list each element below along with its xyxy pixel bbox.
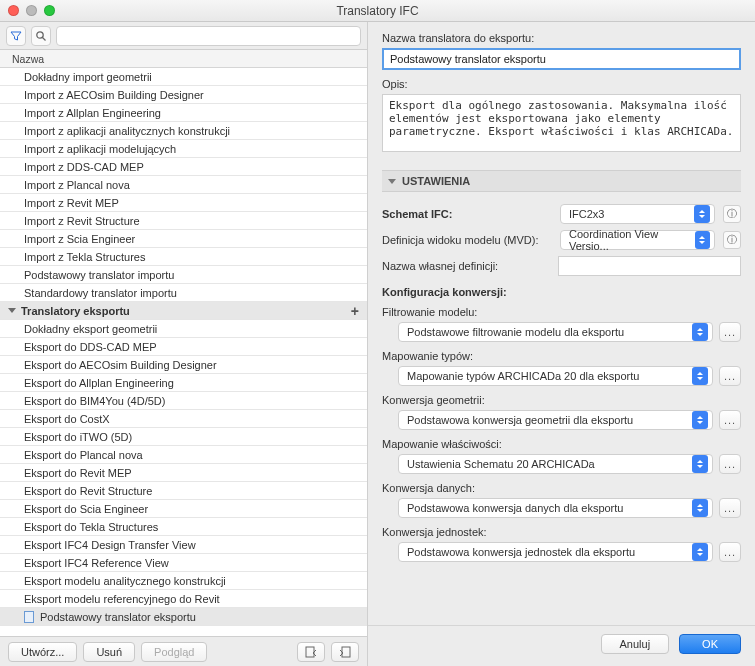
typemap-select[interactable]: Mapowanie typów ARCHICADa 20 dla eksport… <box>398 366 713 386</box>
list-item[interactable]: Import z aplikacji modelujących <box>0 140 367 158</box>
unitconv-edit-button[interactable]: ... <box>719 542 741 562</box>
filter-edit-button[interactable]: ... <box>719 322 741 342</box>
titlebar: Translatory IFC <box>0 0 755 22</box>
list-item[interactable]: Standardowy translator importu <box>0 284 367 302</box>
list-item[interactable]: Eksport do Plancal nova <box>0 446 367 464</box>
list-item[interactable]: Import z Scia Engineer <box>0 230 367 248</box>
unitconv-select[interactable]: Podstawowa konwersja jednostek dla ekspo… <box>398 542 713 562</box>
list-item[interactable]: Eksport modelu analitycznego konstrukcji <box>0 572 367 590</box>
list-item[interactable]: Eksport do Revit Structure <box>0 482 367 500</box>
export-settings-button[interactable] <box>331 642 359 662</box>
zoom-icon[interactable] <box>44 5 55 16</box>
svg-point-0 <box>37 31 43 37</box>
list-item[interactable]: Eksport do Scia Engineer <box>0 500 367 518</box>
updown-icon <box>692 323 708 341</box>
translator-list[interactable]: Nazwa Dokładny import geometriiImport z … <box>0 50 367 636</box>
delete-label: Usuń <box>96 646 122 658</box>
list-item-label: Eksport do CostX <box>24 413 110 425</box>
own-definition-input[interactable] <box>558 256 741 276</box>
list-item[interactable]: Eksport do Allplan Engineering <box>0 374 367 392</box>
chevron-down-icon <box>8 308 16 313</box>
svg-rect-3 <box>342 647 350 657</box>
dialog-footer: Anuluj OK <box>368 625 755 666</box>
list-item[interactable]: Eksport IFC4 Reference View <box>0 554 367 572</box>
list-toolbar <box>0 22 367 50</box>
preview-label: Podgląd <box>154 646 194 658</box>
propmap-edit-button[interactable]: ... <box>719 454 741 474</box>
settings-panel: Nazwa translatora do eksportu: Opis: UST… <box>368 22 755 666</box>
geom-label: Konwersja geometrii: <box>382 394 741 406</box>
delete-button[interactable]: Usuń <box>83 642 135 662</box>
search-input[interactable] <box>56 26 361 46</box>
typemap-label: Mapowanie typów: <box>382 350 741 362</box>
list-item[interactable]: Import z aplikacji analitycznych konstru… <box>0 122 367 140</box>
config-header: Konfiguracja konwersji: <box>382 286 741 298</box>
list-item[interactable]: Eksport do AECOsim Building Designer <box>0 356 367 374</box>
list-item-label: Eksport modelu analitycznego konstrukcji <box>24 575 226 587</box>
dataconv-select[interactable]: Podstawowa konwersja danych dla eksportu <box>398 498 713 518</box>
translator-list-panel: Nazwa Dokładny import geometriiImport z … <box>0 22 368 666</box>
schema-info-button[interactable]: ⓘ <box>723 205 741 223</box>
dataconv-value: Podstawowa konwersja danych dla eksportu <box>407 502 623 514</box>
mvd-select[interactable]: Coordination View Versio... <box>560 230 715 250</box>
updown-icon <box>692 455 708 473</box>
minimize-icon <box>26 5 37 16</box>
geom-edit-button[interactable]: ... <box>719 410 741 430</box>
filter-icon <box>10 30 22 42</box>
import-settings-button[interactable] <box>297 642 325 662</box>
schema-select[interactable]: IFC2x3 <box>560 204 715 224</box>
list-item[interactable]: Eksport do BIM4You (4D/5D) <box>0 392 367 410</box>
updown-icon <box>692 543 708 561</box>
geom-select[interactable]: Podstawowa konwersja geometrii dla ekspo… <box>398 410 713 430</box>
list-item[interactable]: Eksport modelu referencyjnego do Revit <box>0 590 367 608</box>
settings-header-label: USTAWIENIA <box>402 175 470 187</box>
list-item-label: Eksport do Scia Engineer <box>24 503 148 515</box>
list-item-label: Eksport do Tekla Structures <box>24 521 158 533</box>
list-item[interactable]: Import z Revit MEP <box>0 194 367 212</box>
translator-name-input[interactable] <box>382 48 741 70</box>
preview-button: Podgląd <box>141 642 207 662</box>
ok-label: OK <box>702 638 718 650</box>
list-item[interactable]: Podstawowy translator eksportu <box>0 608 367 626</box>
list-item[interactable]: Import z Allplan Engineering <box>0 104 367 122</box>
list-item[interactable]: Podstawowy translator importu <box>0 266 367 284</box>
create-button[interactable]: Utwórz... <box>8 642 77 662</box>
list-item[interactable]: Import z Revit Structure <box>0 212 367 230</box>
propmap-select[interactable]: Ustawienia Schematu 20 ARCHICADa <box>398 454 713 474</box>
list-item[interactable]: Eksport do Tekla Structures <box>0 518 367 536</box>
export-icon <box>338 645 352 659</box>
list-item[interactable]: Dokładny import geometrii <box>0 68 367 86</box>
dataconv-edit-button[interactable]: ... <box>719 498 741 518</box>
export-group-header[interactable]: Translatory eksportu + <box>0 302 367 320</box>
list-item[interactable]: Import z DDS-CAD MEP <box>0 158 367 176</box>
import-icon <box>304 645 318 659</box>
list-item[interactable]: Import z Tekla Structures <box>0 248 367 266</box>
updown-icon <box>695 231 710 249</box>
list-item[interactable]: Eksport do CostX <box>0 410 367 428</box>
ok-button[interactable]: OK <box>679 634 741 654</box>
list-column-header[interactable]: Nazwa <box>0 50 367 68</box>
typemap-edit-button[interactable]: ... <box>719 366 741 386</box>
list-item[interactable]: Eksport IFC4 Design Transfer View <box>0 536 367 554</box>
list-item[interactable]: Eksport do DDS-CAD MEP <box>0 338 367 356</box>
cancel-button[interactable]: Anuluj <box>601 634 670 654</box>
own-def-label: Nazwa własnej definicji: <box>382 260 550 272</box>
filter-select[interactable]: Podstawowe filtrowanie modelu dla ekspor… <box>398 322 713 342</box>
list-item[interactable]: Eksport do iTWO (5D) <box>0 428 367 446</box>
list-item[interactable]: Import z Plancal nova <box>0 176 367 194</box>
list-item-label: Eksport IFC4 Design Transfer View <box>24 539 196 551</box>
list-item[interactable]: Import z AECOsim Building Designer <box>0 86 367 104</box>
translator-description-input[interactable] <box>382 94 741 152</box>
add-translator-button[interactable]: + <box>351 303 359 319</box>
search-button[interactable] <box>31 26 51 46</box>
mvd-info-button[interactable]: ⓘ <box>723 231 741 249</box>
list-item[interactable]: Eksport do Revit MEP <box>0 464 367 482</box>
filter-value: Podstawowe filtrowanie modelu dla ekspor… <box>407 326 624 338</box>
list-item[interactable]: Dokładny eksport geometrii <box>0 320 367 338</box>
list-bottom-bar: Utwórz... Usuń Podgląd <box>0 636 367 666</box>
info-icon: ⓘ <box>727 233 737 247</box>
filter-label: Filtrowanie modelu: <box>382 306 741 318</box>
settings-section-header[interactable]: USTAWIENIA <box>382 170 741 192</box>
close-icon[interactable] <box>8 5 19 16</box>
filter-button[interactable] <box>6 26 26 46</box>
